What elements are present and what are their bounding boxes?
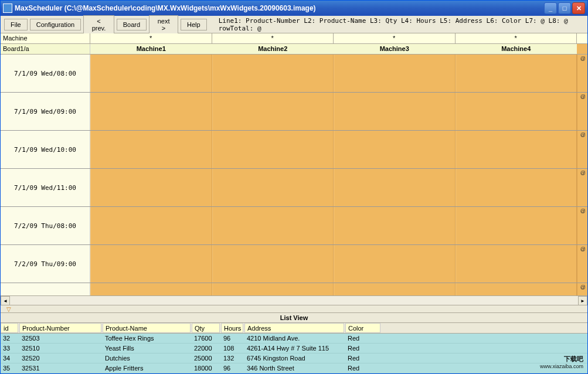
list-rows: 3232503Toffee Hex Rings17600964210 Midla… bbox=[1, 334, 587, 373]
schedule-cell[interactable] bbox=[212, 169, 334, 206]
schedule-cell[interactable] bbox=[456, 131, 577, 168]
titlebar[interactable]: MaxScheduler (C:\@MaxScheduler\coding\MX… bbox=[1, 1, 587, 16]
cell-addr: 4210 Midland Ave. bbox=[244, 334, 345, 343]
configuration-button[interactable]: Configuration bbox=[30, 19, 81, 30]
header-hours[interactable]: Hours bbox=[221, 323, 243, 333]
row-total-cell bbox=[577, 245, 587, 283]
cell-qty: 18000 bbox=[192, 363, 221, 373]
schedule-cell[interactable] bbox=[212, 55, 334, 92]
header-product-number[interactable]: Product-Number bbox=[19, 323, 101, 333]
close-button[interactable]: ✕ bbox=[572, 2, 585, 14]
cell-pn: 32531 bbox=[19, 363, 103, 373]
window-controls: _ □ ✕ bbox=[544, 2, 585, 14]
schedule-cell[interactable] bbox=[90, 55, 212, 92]
schedule-cell[interactable] bbox=[212, 93, 334, 130]
header-color[interactable]: Color bbox=[345, 323, 380, 333]
schedule-cell[interactable] bbox=[212, 245, 334, 283]
time-label: 7/1/09 Wed/08:00 bbox=[1, 55, 90, 92]
time-label: 7/1/09 Wed/11:00 bbox=[1, 169, 90, 206]
schedule-cell[interactable] bbox=[334, 169, 456, 206]
board-button[interactable]: Board bbox=[117, 19, 147, 30]
machine-filter-4[interactable]: * bbox=[456, 33, 577, 43]
schedule-cell[interactable] bbox=[90, 207, 212, 244]
schedule-cell[interactable] bbox=[90, 283, 212, 295]
schedule-cell[interactable] bbox=[334, 55, 456, 92]
next-button[interactable]: next > bbox=[149, 15, 178, 34]
schedule-cell[interactable] bbox=[334, 207, 456, 244]
cell-id: 34 bbox=[1, 353, 19, 363]
header-id[interactable]: id bbox=[1, 323, 18, 333]
machine-label: Machine bbox=[1, 33, 90, 43]
schedule-cell[interactable] bbox=[212, 283, 334, 295]
machine-header-2[interactable]: Machine2 bbox=[212, 44, 334, 54]
schedule-cell[interactable] bbox=[90, 245, 212, 283]
scroll-track[interactable] bbox=[10, 296, 578, 305]
prev-button[interactable]: < prev. bbox=[83, 15, 114, 34]
schedule-cell[interactable] bbox=[212, 131, 334, 168]
schedule-row: 7/1/09 Wed/09:00 bbox=[1, 93, 587, 131]
schedule-cell[interactable] bbox=[334, 93, 456, 130]
cell-pname: Apple Fritters bbox=[103, 363, 192, 373]
header-qty[interactable]: Qty bbox=[192, 323, 220, 333]
schedule-cell[interactable] bbox=[90, 93, 212, 130]
schedule-row: 7/1/09 Wed/10:00 bbox=[1, 131, 587, 169]
scroll-left-button[interactable]: ◄ bbox=[1, 296, 10, 305]
header-address[interactable]: Address bbox=[244, 323, 344, 333]
cell-pn: 32503 bbox=[19, 334, 103, 343]
cell-addr: 4261-A14 Hwy # 7 Suite 115 bbox=[244, 344, 345, 353]
schedule-cell[interactable] bbox=[334, 245, 456, 283]
app-window: MaxScheduler (C:\@MaxScheduler\coding\MX… bbox=[0, 0, 588, 374]
cell-color: Red bbox=[345, 334, 380, 343]
cell-addr: 6745 Kingston Road bbox=[244, 353, 345, 363]
list-row[interactable]: 3532531Apple Fritters1800096346 North St… bbox=[1, 363, 587, 373]
schedule-row: 7/2/09 Thu/10:00 bbox=[1, 283, 587, 295]
schedule-cell[interactable] bbox=[456, 283, 577, 295]
cell-pname: Toffee Hex Rings bbox=[103, 334, 192, 343]
list-row[interactable]: 3232503Toffee Hex Rings17600964210 Midla… bbox=[1, 334, 587, 344]
horizontal-scrollbar[interactable]: ◄ ► bbox=[1, 295, 587, 305]
header-product-name[interactable]: Product-Name bbox=[103, 323, 191, 333]
list-row[interactable]: 3332510Yeast Fills220001084261-A14 Hwy #… bbox=[1, 344, 587, 353]
maximize-button[interactable]: □ bbox=[558, 2, 571, 14]
machine-header-3[interactable]: Machine3 bbox=[334, 44, 456, 54]
cell-id: 32 bbox=[1, 334, 19, 343]
file-button[interactable]: File bbox=[4, 19, 28, 30]
schedule-row: 7/2/09 Thu/08:00 bbox=[1, 207, 587, 245]
schedule-cell[interactable] bbox=[334, 283, 456, 295]
machine-filter-3[interactable]: * bbox=[334, 33, 456, 43]
list-row[interactable]: 3432520Dutchies250001326745 Kingston Roa… bbox=[1, 353, 587, 363]
cell-pname: Yeast Fills bbox=[103, 344, 192, 353]
cell-id: 35 bbox=[1, 363, 19, 373]
machine-header-4[interactable]: Machine4 bbox=[456, 44, 577, 54]
time-label: 7/1/09 Wed/10:00 bbox=[1, 131, 90, 168]
schedule-cell[interactable] bbox=[456, 207, 577, 244]
scroll-right-button[interactable]: ► bbox=[578, 296, 587, 305]
time-label: 7/1/09 Wed/09:00 bbox=[1, 93, 90, 130]
schedule-cell[interactable] bbox=[90, 131, 212, 168]
cell-qty: 17600 bbox=[192, 334, 221, 343]
cell-hours: 108 bbox=[221, 344, 244, 353]
schedule-cell[interactable] bbox=[212, 207, 334, 244]
cell-color: Red bbox=[345, 344, 380, 353]
schedule-cell[interactable] bbox=[456, 245, 577, 283]
cell-id: 33 bbox=[1, 344, 19, 353]
help-button[interactable]: Help bbox=[181, 19, 207, 30]
cell-hours: 96 bbox=[221, 334, 244, 343]
schedule-cell[interactable] bbox=[334, 131, 456, 168]
machine-filter-1[interactable]: * bbox=[90, 33, 212, 43]
minimize-button[interactable]: _ bbox=[544, 2, 557, 14]
schedule-cell[interactable] bbox=[456, 93, 577, 130]
board-header: Board1/a Machine1 Machine2 Machine3 Mach… bbox=[1, 44, 587, 55]
expand-down-icon[interactable]: ▽ bbox=[6, 306, 11, 312]
schedule-grid: 7/1/09 Wed/08:007/1/09 Wed/09:007/1/09 W… bbox=[1, 55, 587, 295]
schedule-cell[interactable] bbox=[90, 169, 212, 206]
cell-addr: 346 North Street bbox=[244, 363, 345, 373]
schedule-cell[interactable] bbox=[456, 55, 577, 92]
schedule-row: 7/1/09 Wed/11:00 bbox=[1, 169, 587, 207]
machine-header-1[interactable]: Machine1 bbox=[90, 44, 212, 54]
toolbar: File Configuration < prev. Board next > … bbox=[1, 16, 587, 33]
schedule-row: 7/2/09 Thu/09:00 bbox=[1, 245, 587, 283]
app-icon bbox=[3, 4, 12, 13]
machine-filter-2[interactable]: * bbox=[212, 33, 334, 43]
schedule-cell[interactable] bbox=[456, 169, 577, 206]
